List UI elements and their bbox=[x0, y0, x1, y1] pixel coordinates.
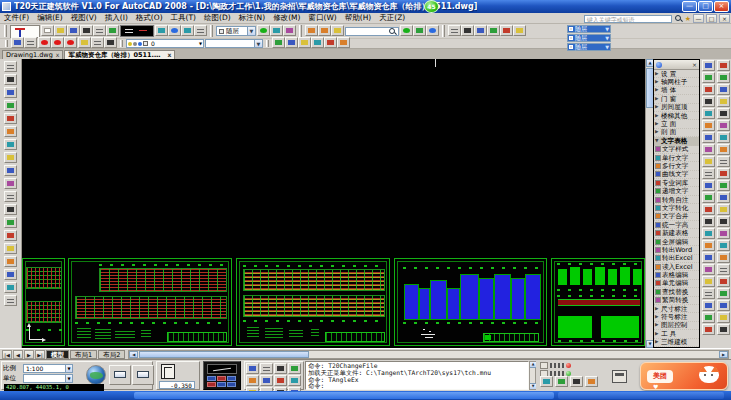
right-tool-icon[interactable] bbox=[702, 60, 715, 71]
right-tool-icon[interactable] bbox=[717, 300, 730, 311]
toolbar-grip[interactable] bbox=[210, 25, 213, 36]
screen-menu-command[interactable]: 单行文字 bbox=[654, 154, 699, 162]
child-minimize-button[interactable]: — bbox=[693, 14, 704, 23]
menu-item[interactable]: 插入(I) bbox=[101, 13, 132, 22]
unit-combo[interactable]: ▼ bbox=[23, 374, 73, 383]
tarch-logo-button[interactable] bbox=[10, 25, 40, 38]
screen-menu-group[interactable]: ▶立 面 bbox=[654, 120, 699, 128]
undo-redo-icon[interactable] bbox=[11, 37, 24, 48]
draw-tool-icon[interactable] bbox=[4, 269, 17, 280]
mini-tool-icon[interactable] bbox=[570, 376, 583, 387]
document-tab[interactable]: 军威物资仓库（给排）0511.dwgx bbox=[64, 50, 175, 59]
scroll-left-icon[interactable]: ◀ bbox=[129, 351, 138, 358]
screen-menu-group[interactable]: ▶三维建模 bbox=[654, 339, 699, 347]
screen-menu-group[interactable]: ▶剖 面 bbox=[654, 129, 699, 137]
help-search-input[interactable]: 键入关键字或短语 bbox=[584, 15, 672, 23]
screen-menu-command[interactable]: 繁简转换 bbox=[654, 297, 699, 305]
tab-close-icon[interactable]: x bbox=[167, 51, 171, 59]
layer-filter-combo[interactable]: ▼ bbox=[205, 39, 263, 48]
file-tool-icon[interactable] bbox=[106, 25, 119, 36]
screen-menu-group[interactable]: ▶房间屋顶 bbox=[654, 104, 699, 112]
hscroll-thumb[interactable] bbox=[139, 351, 309, 358]
draw-tool-icon[interactable] bbox=[4, 295, 17, 306]
right-tool-icon[interactable] bbox=[702, 276, 715, 287]
toggle-icon[interactable] bbox=[540, 362, 548, 369]
draw-tool-icon[interactable] bbox=[4, 217, 17, 228]
snap-toggle-icon[interactable] bbox=[246, 375, 259, 386]
scroll-right-icon[interactable]: ▶ bbox=[719, 351, 728, 358]
screen-menu-command[interactable]: 表格编辑 bbox=[654, 271, 699, 279]
screen-menu-group[interactable]: ▶门 窗 bbox=[654, 95, 699, 103]
file-tool-icon[interactable] bbox=[67, 25, 80, 36]
right-tool-icon[interactable] bbox=[717, 132, 730, 143]
screen-menu-group[interactable]: ▶轴网柱子 bbox=[654, 78, 699, 86]
render-tool-icon[interactable] bbox=[270, 25, 283, 36]
chevron-down-icon[interactable]: ▼ bbox=[247, 27, 255, 35]
draw-tool-icon[interactable] bbox=[4, 165, 17, 176]
taskbar-segment[interactable] bbox=[134, 392, 554, 399]
layout-tab-layout2[interactable]: 布局2 bbox=[98, 350, 125, 359]
right-tool-icon[interactable] bbox=[702, 72, 715, 83]
linetype-bylayer-row[interactable]: 随层▼ bbox=[567, 34, 611, 42]
snap-toggle-icon[interactable] bbox=[246, 363, 259, 374]
paint-tool-icon[interactable] bbox=[318, 25, 331, 36]
right-tool-icon[interactable] bbox=[717, 180, 730, 191]
screen-menu-command[interactable]: 全屏编辑 bbox=[654, 238, 699, 246]
command-scrollbar[interactable]: ▲ ▼ bbox=[529, 361, 536, 390]
toolbar-grip[interactable] bbox=[4, 25, 7, 36]
publish-button[interactable] bbox=[132, 365, 154, 385]
snap-toggle-icon[interactable] bbox=[274, 375, 287, 386]
right-tool-icon[interactable] bbox=[717, 144, 730, 155]
status-dot-icon[interactable] bbox=[400, 25, 413, 36]
right-tool-icon[interactable] bbox=[702, 192, 715, 203]
color-bylayer-row[interactable]: 随层▼ bbox=[567, 25, 611, 33]
right-tool-icon[interactable] bbox=[702, 264, 715, 275]
screen-menu-command[interactable]: 读入Excel bbox=[654, 263, 699, 271]
calculator-widget[interactable] bbox=[203, 361, 241, 390]
right-tool-icon[interactable] bbox=[702, 168, 715, 179]
screen-menu-group[interactable]: ▶图层控制 bbox=[654, 322, 699, 330]
screen-menu-command[interactable]: 曲线文字 bbox=[654, 171, 699, 179]
right-tool-icon[interactable] bbox=[702, 312, 715, 323]
screen-menu-command[interactable]: 文字样式 bbox=[654, 146, 699, 154]
menu-item[interactable]: 编辑(E) bbox=[33, 13, 67, 22]
utility-tool-icon[interactable] bbox=[78, 37, 91, 48]
tab-next-icon[interactable]: ▶ bbox=[24, 350, 34, 359]
right-tool-icon[interactable] bbox=[717, 264, 730, 275]
star-icon[interactable]: ★ bbox=[685, 15, 691, 23]
close-button[interactable]: × bbox=[714, 1, 729, 12]
zoom-tool-icon[interactable] bbox=[194, 25, 207, 36]
render-tool-icon[interactable] bbox=[257, 25, 270, 36]
layout-tab-layout1[interactable]: 布局1 bbox=[70, 350, 97, 359]
draw-tool-icon[interactable] bbox=[4, 126, 17, 137]
printer-icon[interactable] bbox=[612, 370, 627, 383]
right-tool-icon[interactable] bbox=[702, 108, 715, 119]
right-tool-icon[interactable] bbox=[717, 276, 730, 287]
draw-tool-icon[interactable] bbox=[4, 204, 17, 215]
tab-last-icon[interactable]: ▶| bbox=[35, 350, 45, 359]
screen-menu-command[interactable]: 专业词库 bbox=[654, 179, 699, 187]
mini-tool-icon[interactable] bbox=[555, 376, 568, 387]
screen-menu-command[interactable]: 递增文字 bbox=[654, 187, 699, 195]
color-combo[interactable]: 随层 ▼ bbox=[216, 26, 256, 36]
scale-combo[interactable]: 1:100▼ bbox=[23, 364, 73, 373]
draw-tool-icon[interactable] bbox=[4, 61, 17, 72]
toolbar-grip[interactable] bbox=[442, 25, 445, 36]
snap-toggle-icon[interactable] bbox=[288, 375, 301, 386]
child-close-button[interactable]: × bbox=[719, 14, 730, 23]
draw-tool-icon[interactable] bbox=[4, 139, 17, 150]
right-tool-icon[interactable] bbox=[717, 96, 730, 107]
screen-menu-group[interactable]: ▶墙 体 bbox=[654, 87, 699, 95]
layer-combo[interactable]: 0 ▼ bbox=[126, 39, 204, 48]
edit-tool-icon[interactable] bbox=[448, 25, 461, 36]
record-dot-icon[interactable] bbox=[51, 37, 64, 48]
edit-tool-icon[interactable] bbox=[474, 25, 487, 36]
quick-search-field[interactable] bbox=[345, 27, 399, 36]
toolbar-grip[interactable] bbox=[5, 40, 8, 47]
menu-item[interactable]: 视图(V) bbox=[67, 13, 101, 22]
toolbar-grip[interactable] bbox=[266, 40, 269, 47]
green-badge-icon[interactable]: 45 bbox=[424, 0, 439, 13]
menu-item[interactable]: 帮助(H) bbox=[341, 13, 376, 22]
right-tool-icon[interactable] bbox=[702, 84, 715, 95]
taskbar-strip[interactable] bbox=[0, 391, 731, 400]
